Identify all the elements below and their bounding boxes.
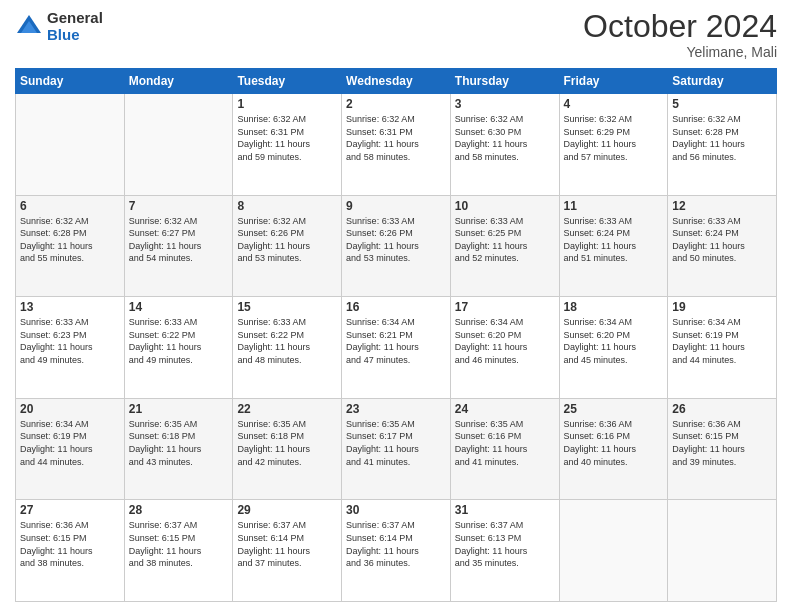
calendar-cell: 12Sunrise: 6:33 AM Sunset: 6:24 PM Dayli… [668,195,777,297]
day-info: Sunrise: 6:32 AM Sunset: 6:26 PM Dayligh… [237,215,337,265]
calendar-cell: 10Sunrise: 6:33 AM Sunset: 6:25 PM Dayli… [450,195,559,297]
calendar-cell [16,94,125,196]
month-title: October 2024 [583,10,777,42]
calendar-cell: 14Sunrise: 6:33 AM Sunset: 6:22 PM Dayli… [124,297,233,399]
day-number: 22 [237,402,337,416]
day-info: Sunrise: 6:37 AM Sunset: 6:14 PM Dayligh… [237,519,337,569]
day-info: Sunrise: 6:34 AM Sunset: 6:19 PM Dayligh… [20,418,120,468]
logo-general: General [47,10,103,27]
logo-text: General Blue [47,10,103,43]
calendar-cell: 7Sunrise: 6:32 AM Sunset: 6:27 PM Daylig… [124,195,233,297]
calendar-week-row: 1Sunrise: 6:32 AM Sunset: 6:31 PM Daylig… [16,94,777,196]
day-number: 27 [20,503,120,517]
calendar-cell: 22Sunrise: 6:35 AM Sunset: 6:18 PM Dayli… [233,398,342,500]
header: General Blue October 2024 Yelimane, Mali [15,10,777,60]
day-number: 25 [564,402,664,416]
day-info: Sunrise: 6:32 AM Sunset: 6:31 PM Dayligh… [346,113,446,163]
day-number: 15 [237,300,337,314]
day-number: 19 [672,300,772,314]
day-info: Sunrise: 6:34 AM Sunset: 6:19 PM Dayligh… [672,316,772,366]
calendar-cell: 24Sunrise: 6:35 AM Sunset: 6:16 PM Dayli… [450,398,559,500]
day-info: Sunrise: 6:33 AM Sunset: 6:24 PM Dayligh… [564,215,664,265]
calendar-week-row: 13Sunrise: 6:33 AM Sunset: 6:23 PM Dayli… [16,297,777,399]
calendar-cell: 4Sunrise: 6:32 AM Sunset: 6:29 PM Daylig… [559,94,668,196]
calendar-cell: 3Sunrise: 6:32 AM Sunset: 6:30 PM Daylig… [450,94,559,196]
day-number: 26 [672,402,772,416]
day-number: 9 [346,199,446,213]
calendar-cell: 5Sunrise: 6:32 AM Sunset: 6:28 PM Daylig… [668,94,777,196]
calendar-cell: 29Sunrise: 6:37 AM Sunset: 6:14 PM Dayli… [233,500,342,602]
day-number: 20 [20,402,120,416]
calendar-cell [668,500,777,602]
calendar-cell: 18Sunrise: 6:34 AM Sunset: 6:20 PM Dayli… [559,297,668,399]
day-info: Sunrise: 6:35 AM Sunset: 6:17 PM Dayligh… [346,418,446,468]
day-info: Sunrise: 6:32 AM Sunset: 6:31 PM Dayligh… [237,113,337,163]
calendar-cell: 13Sunrise: 6:33 AM Sunset: 6:23 PM Dayli… [16,297,125,399]
calendar-week-row: 27Sunrise: 6:36 AM Sunset: 6:15 PM Dayli… [16,500,777,602]
day-info: Sunrise: 6:32 AM Sunset: 6:30 PM Dayligh… [455,113,555,163]
logo: General Blue [15,10,103,43]
day-info: Sunrise: 6:32 AM Sunset: 6:28 PM Dayligh… [20,215,120,265]
day-info: Sunrise: 6:32 AM Sunset: 6:27 PM Dayligh… [129,215,229,265]
day-info: Sunrise: 6:33 AM Sunset: 6:25 PM Dayligh… [455,215,555,265]
calendar-cell: 21Sunrise: 6:35 AM Sunset: 6:18 PM Dayli… [124,398,233,500]
day-number: 31 [455,503,555,517]
day-number: 13 [20,300,120,314]
day-number: 7 [129,199,229,213]
day-number: 29 [237,503,337,517]
logo-blue-text: Blue [47,27,103,44]
day-number: 2 [346,97,446,111]
day-info: Sunrise: 6:33 AM Sunset: 6:22 PM Dayligh… [129,316,229,366]
day-header-tuesday: Tuesday [233,69,342,94]
day-header-saturday: Saturday [668,69,777,94]
calendar-cell: 2Sunrise: 6:32 AM Sunset: 6:31 PM Daylig… [342,94,451,196]
day-info: Sunrise: 6:32 AM Sunset: 6:29 PM Dayligh… [564,113,664,163]
calendar-cell: 8Sunrise: 6:32 AM Sunset: 6:26 PM Daylig… [233,195,342,297]
day-number: 10 [455,199,555,213]
calendar-header-row: SundayMondayTuesdayWednesdayThursdayFrid… [16,69,777,94]
calendar-cell: 27Sunrise: 6:36 AM Sunset: 6:15 PM Dayli… [16,500,125,602]
day-info: Sunrise: 6:36 AM Sunset: 6:15 PM Dayligh… [672,418,772,468]
day-number: 11 [564,199,664,213]
day-number: 8 [237,199,337,213]
calendar-week-row: 20Sunrise: 6:34 AM Sunset: 6:19 PM Dayli… [16,398,777,500]
calendar-cell: 17Sunrise: 6:34 AM Sunset: 6:20 PM Dayli… [450,297,559,399]
day-info: Sunrise: 6:35 AM Sunset: 6:18 PM Dayligh… [129,418,229,468]
day-number: 12 [672,199,772,213]
day-number: 18 [564,300,664,314]
calendar-cell [559,500,668,602]
day-number: 17 [455,300,555,314]
day-number: 23 [346,402,446,416]
day-info: Sunrise: 6:36 AM Sunset: 6:15 PM Dayligh… [20,519,120,569]
calendar-cell: 31Sunrise: 6:37 AM Sunset: 6:13 PM Dayli… [450,500,559,602]
calendar-cell: 26Sunrise: 6:36 AM Sunset: 6:15 PM Dayli… [668,398,777,500]
day-header-wednesday: Wednesday [342,69,451,94]
calendar-cell: 20Sunrise: 6:34 AM Sunset: 6:19 PM Dayli… [16,398,125,500]
location: Yelimane, Mali [583,44,777,60]
day-info: Sunrise: 6:32 AM Sunset: 6:28 PM Dayligh… [672,113,772,163]
calendar-cell: 25Sunrise: 6:36 AM Sunset: 6:16 PM Dayli… [559,398,668,500]
calendar-cell: 15Sunrise: 6:33 AM Sunset: 6:22 PM Dayli… [233,297,342,399]
day-info: Sunrise: 6:35 AM Sunset: 6:16 PM Dayligh… [455,418,555,468]
day-info: Sunrise: 6:36 AM Sunset: 6:16 PM Dayligh… [564,418,664,468]
day-header-thursday: Thursday [450,69,559,94]
day-number: 1 [237,97,337,111]
day-info: Sunrise: 6:34 AM Sunset: 6:20 PM Dayligh… [564,316,664,366]
day-header-monday: Monday [124,69,233,94]
calendar-cell: 30Sunrise: 6:37 AM Sunset: 6:14 PM Dayli… [342,500,451,602]
calendar-cell [124,94,233,196]
calendar-table: SundayMondayTuesdayWednesdayThursdayFrid… [15,68,777,602]
day-info: Sunrise: 6:37 AM Sunset: 6:14 PM Dayligh… [346,519,446,569]
day-number: 28 [129,503,229,517]
day-number: 21 [129,402,229,416]
day-number: 30 [346,503,446,517]
calendar-cell: 11Sunrise: 6:33 AM Sunset: 6:24 PM Dayli… [559,195,668,297]
day-number: 5 [672,97,772,111]
day-header-sunday: Sunday [16,69,125,94]
day-number: 14 [129,300,229,314]
day-info: Sunrise: 6:33 AM Sunset: 6:23 PM Dayligh… [20,316,120,366]
calendar-cell: 16Sunrise: 6:34 AM Sunset: 6:21 PM Dayli… [342,297,451,399]
day-info: Sunrise: 6:35 AM Sunset: 6:18 PM Dayligh… [237,418,337,468]
header-right: October 2024 Yelimane, Mali [583,10,777,60]
day-header-friday: Friday [559,69,668,94]
